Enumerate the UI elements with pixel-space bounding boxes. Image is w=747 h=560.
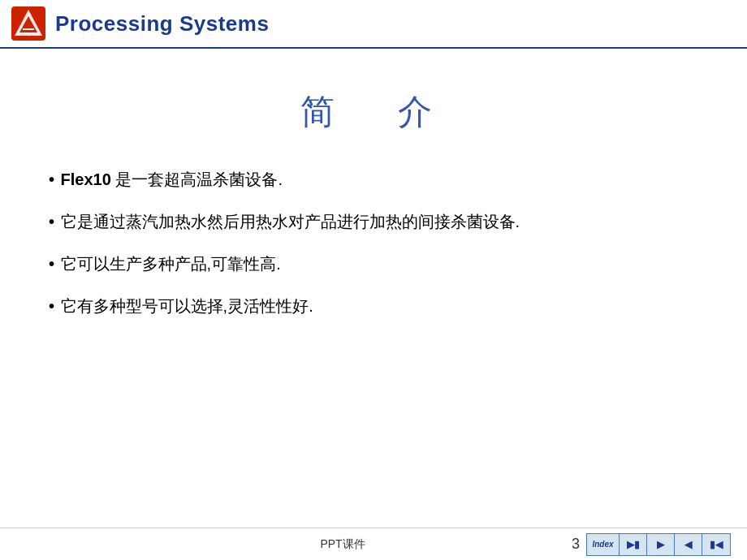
nav-index-button[interactable]: Index [587,534,620,555]
app-title: Processing Systems [55,11,269,37]
bullet-item-3: 它可以生产多种产品,可靠性高. [49,252,698,276]
bullet-1-bold: Flex10 [61,170,111,188]
bullet-item-4: 它有多种型号可以选择,灵活性性好. [49,294,698,318]
nav-prev-button[interactable]: ◀ [675,534,702,555]
bullet-4-text: 它有多种型号可以选择,灵活性性好. [61,297,313,315]
bullet-list: Flex10 是一套超高温杀菌设备. 它是通过蒸汽加热水然后用热水对产品进行加热… [49,167,698,336]
nav-next-button[interactable]: ▶ [647,534,675,555]
nav-next-end-button[interactable]: ▶▮ [620,534,647,555]
slide-title: 简 介 [49,89,698,135]
nav-button-group: Index ▶▮ ▶ ◀ ▮◀ [586,533,731,556]
bullet-3-text: 它可以生产多种产品,可靠性高. [61,255,281,273]
nav-prev-end-button[interactable]: ▮◀ [702,534,730,555]
slide-content: 简 介 Flex10 是一套超高温杀菌设备. 它是通过蒸汽加热水然后用热水对产品… [0,49,747,528]
bullet-item-1: Flex10 是一套超高温杀菌设备. [49,167,698,192]
page-footer: PPT课件 3 Index ▶▮ ▶ ◀ ▮◀ [0,528,747,560]
page-header: Processing Systems [0,0,747,49]
bullet-item-2: 它是通过蒸汽加热水然后用热水对产品进行加热的间接杀菌设备. [49,209,698,234]
tetra-pak-logo [11,6,45,41]
footer-right: 3 Index ▶▮ ▶ ◀ ▮◀ [572,533,731,556]
footer-ppt-label: PPT课件 [320,537,365,552]
bullet-2-text: 它是通过蒸汽加热水然后用热水对产品进行加热的间接杀菌设备. [61,213,520,230]
bullet-1-text: 是一套超高温杀菌设备. [111,170,283,188]
page-number: 3 [572,536,580,553]
